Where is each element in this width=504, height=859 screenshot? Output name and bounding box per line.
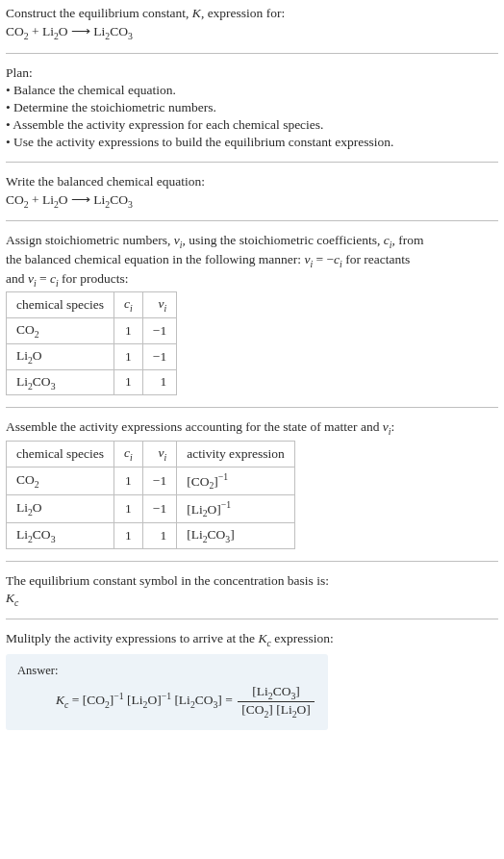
ans-p2e: −1 [162, 691, 171, 701]
th-vi: νi [142, 441, 176, 467]
t2-li: Li [16, 500, 28, 515]
cell-activity: [Li2O]−1 [177, 494, 295, 522]
sp-o: O [33, 348, 42, 363]
ae-exp: −1 [218, 471, 228, 482]
plan-bullet-4: • Use the activity expressions to build … [6, 135, 498, 150]
table-row: Li2CO3 1 1 [Li2CO3] [7, 522, 295, 548]
intro-text-1: Construct the equilibrium constant, [6, 6, 192, 20]
assign-eqA: = − [313, 252, 334, 266]
t2-o: O [33, 500, 42, 515]
divider [6, 53, 498, 54]
den-a: [CO [241, 702, 264, 717]
stoich-table: chemical species ci νi CO2 1 −1 Li2O 1 −… [6, 291, 177, 395]
bal-plus: + Li [29, 192, 54, 207]
ans-eq: = [68, 693, 82, 707]
table-row: Li2O 1 −1 [7, 343, 177, 369]
sp-co2: 2 [35, 329, 39, 340]
assemble-line: Assemble the activity expressions accoun… [6, 419, 498, 437]
multiply-line: Mulitply the activity expressions to arr… [6, 631, 498, 648]
ae3-a: [Li [187, 527, 203, 542]
ans-p2b: O] [147, 693, 161, 707]
answer-fraction: [Li2CO3] [CO2] [Li2O] [238, 684, 315, 719]
cell-ci: 1 [114, 494, 143, 522]
th-ci-i: i [130, 303, 133, 314]
th-vi: νi [142, 292, 176, 318]
t2-co: CO [16, 472, 35, 487]
plan-title: Plan: [6, 65, 498, 81]
fraction-denominator: [CO2] [Li2O] [238, 702, 315, 720]
cell-species: CO2 [7, 318, 114, 344]
kc-k: K [6, 591, 14, 605]
cell-ci: 1 [114, 343, 143, 369]
cell-ci: 1 [114, 522, 143, 548]
cell-activity: [Li2CO3] [177, 522, 295, 548]
bal-co2-a: CO [6, 192, 24, 207]
ans-p2a: [Li [124, 693, 143, 707]
bal-rhs-co3-sub: 3 [128, 198, 133, 209]
num-c: ] [295, 684, 300, 698]
den-b: ] [Li [268, 702, 291, 717]
sp-li: Li [16, 374, 28, 389]
th-activity: activity expression [177, 441, 295, 467]
cell-species: Li2O [7, 494, 114, 522]
ae2-exp: −1 [221, 499, 231, 510]
ans-k: K [56, 693, 64, 707]
t2-co2: 2 [35, 479, 39, 490]
ae2-a: [Li [187, 501, 203, 516]
th-ci: ci [114, 292, 143, 318]
cell-activity: [CO2]−1 [177, 467, 295, 494]
cell-species: Li2CO3 [7, 369, 114, 395]
ans-p3b: CO [195, 693, 214, 707]
th-species: chemical species [7, 441, 114, 467]
th2-vi-i: i [164, 452, 166, 463]
num-a: [Li [252, 684, 268, 698]
divider [6, 162, 498, 163]
cell-vi: −1 [142, 467, 176, 494]
answer-label: Answer: [17, 664, 316, 678]
balanced-title: Write the balanced chemical equation: [6, 174, 498, 189]
table-header-row: chemical species ci νi activity expressi… [7, 441, 295, 467]
sp-co3: 3 [51, 380, 56, 391]
ans-p3a: [Li [171, 693, 190, 707]
intro-text-1b: , expression for: [201, 6, 285, 20]
rhs-co: CO [110, 24, 128, 38]
cell-species: CO2 [7, 467, 114, 494]
o-text: O [59, 24, 71, 38]
plan-bullet-1: • Balance the chemical equation. [6, 83, 498, 98]
assign-line-1: Assign stoichiometric numbers, νi, using… [6, 233, 498, 250]
cell-ci: 1 [114, 467, 143, 494]
rhs-co3-sub: 3 [128, 31, 133, 41]
assign-l3b: for products: [59, 271, 129, 286]
kc-c: c [14, 596, 18, 607]
ans-p1a: [CO [83, 693, 105, 707]
kc-symbol: Kc [6, 591, 498, 608]
th2-ci-i: i [130, 452, 133, 463]
assign-line-3: and νi = ci for products: [6, 271, 498, 289]
divider [6, 220, 498, 221]
t2-co-b: CO [33, 527, 51, 542]
plan-bullet-2: • Determine the stoichiometric numbers. [6, 100, 498, 115]
t2-co3-b: 3 [51, 534, 56, 544]
assign-l1a: Assign stoichiometric numbers, [6, 233, 174, 247]
cell-vi: 1 [142, 522, 176, 548]
ae2-b: O] [208, 501, 221, 516]
bal-rhs-li: Li [90, 192, 105, 207]
t2-li-b: Li [16, 527, 28, 542]
table-row: Li2O 1 −1 [Li2O]−1 [7, 494, 295, 522]
mult-text: Mulitply the activity expressions to arr… [6, 631, 258, 645]
assign-eqB: = [37, 271, 50, 286]
cell-vi: −1 [142, 343, 176, 369]
cell-vi: −1 [142, 494, 176, 522]
cell-vi: −1 [142, 318, 176, 344]
th-vi-i: i [164, 303, 166, 314]
activity-table: chemical species ci νi activity expressi… [6, 441, 295, 549]
mult-tail: expression: [271, 631, 334, 645]
intro-line-1: Construct the equilibrium constant, K, e… [6, 6, 498, 21]
cell-ci: 1 [114, 369, 143, 395]
rhs-li: Li [90, 24, 105, 38]
assign-l3a: and [6, 271, 28, 286]
plus-li: + Li [29, 24, 54, 38]
answer-box: Answer: Kc = [CO2]−1 [Li2O]−1 [Li2CO3] =… [6, 654, 328, 730]
table-row: CO2 1 −1 [CO2]−1 [7, 467, 295, 494]
sp-li: Li [16, 348, 28, 363]
